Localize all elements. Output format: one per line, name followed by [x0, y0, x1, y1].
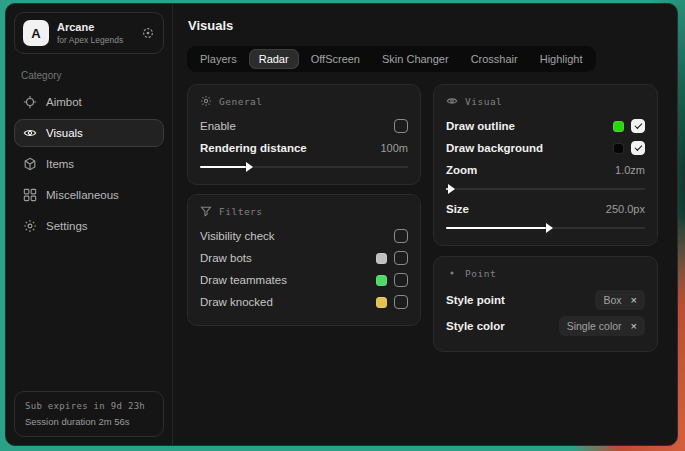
- rendering-distance-label: Rendering distance: [200, 142, 307, 154]
- tab-players[interactable]: Players: [190, 49, 247, 69]
- point-card-header: Point: [446, 267, 645, 279]
- zoom-slider[interactable]: [446, 184, 645, 194]
- tab-highlight[interactable]: Highlight: [530, 49, 593, 69]
- tab-radar[interactable]: Radar: [249, 49, 299, 69]
- gear-icon: [200, 95, 212, 107]
- visual-card-header: Visual: [446, 95, 645, 107]
- draw-knocked-color-swatch[interactable]: [376, 297, 387, 308]
- target-icon[interactable]: [141, 26, 155, 40]
- style-point-label: Style point: [446, 294, 505, 306]
- style-point-chip[interactable]: Box ×: [595, 290, 645, 310]
- draw-teammates-checkbox[interactable]: [394, 273, 408, 287]
- style-color-label: Style color: [446, 320, 505, 332]
- general-card-header: General: [200, 95, 408, 107]
- sidebar-item-aimbot[interactable]: Aimbot: [14, 88, 164, 116]
- point-icon: [446, 267, 458, 279]
- enable-label: Enable: [200, 120, 236, 132]
- category-label: Category: [21, 70, 157, 81]
- slider-fill-and-thumb[interactable]: [446, 188, 448, 190]
- page-title: Visuals: [188, 18, 677, 33]
- sidebar-item-visuals[interactable]: Visuals: [14, 119, 164, 147]
- draw-knocked-checkbox[interactable]: [394, 295, 408, 309]
- draw-teammates-color-swatch[interactable]: [376, 275, 387, 286]
- visual-section-title: Visual: [465, 96, 502, 107]
- enable-checkbox[interactable]: [394, 119, 408, 133]
- sub-expires-text: Sub expires in 9d 23h: [25, 401, 153, 411]
- point-section-title: Point: [465, 268, 496, 279]
- draw-bots-color-swatch[interactable]: [376, 253, 387, 264]
- draw-bots-checkbox[interactable]: [394, 251, 408, 265]
- gear-icon: [23, 219, 37, 233]
- sidebar-item-label: Settings: [46, 220, 88, 232]
- draw-bots-label: Draw bots: [200, 252, 252, 264]
- draw-knocked-label: Draw knocked: [200, 296, 273, 308]
- draw-background-row: Draw background: [446, 137, 645, 159]
- draw-outline-color-swatch[interactable]: [613, 121, 624, 132]
- subscription-info: Sub expires in 9d 23h Session duration 2…: [14, 391, 164, 437]
- general-card: General Enable Rendering distance 100m: [187, 84, 421, 185]
- sidebar: A Arcane for Apex Legends Category Aimbo…: [6, 4, 173, 445]
- crosshair-icon: [23, 95, 37, 109]
- draw-outline-row: Draw outline: [446, 115, 645, 137]
- size-row: Size 250.0px: [446, 198, 645, 220]
- rendering-distance-value: 100m: [380, 142, 408, 154]
- close-icon[interactable]: ×: [631, 321, 637, 332]
- draw-knocked-row: Draw knocked: [200, 291, 408, 313]
- draw-background-color-swatch[interactable]: [613, 143, 624, 154]
- zoom-label: Zoom: [446, 164, 477, 176]
- filters-section-title: Filters: [219, 206, 263, 217]
- draw-outline-label: Draw outline: [446, 120, 515, 132]
- visuals-tabstrip: Players Radar OffScreen Skin Changer Cro…: [187, 46, 596, 72]
- size-value: 250.0px: [606, 203, 645, 215]
- point-card: Point Style point Box × Style color: [433, 256, 658, 352]
- app-name: Arcane: [57, 20, 123, 34]
- sidebar-item-label: Visuals: [46, 127, 83, 139]
- draw-background-label: Draw background: [446, 142, 543, 154]
- draw-teammates-label: Draw teammates: [200, 274, 287, 286]
- tab-crosshair[interactable]: Crosshair: [461, 49, 528, 69]
- visual-card: Visual Draw outline Draw background: [433, 84, 658, 246]
- tab-offscreen[interactable]: OffScreen: [301, 49, 370, 69]
- slider-fill-and-thumb[interactable]: [200, 166, 246, 168]
- sidebar-header: A Arcane for Apex Legends: [14, 12, 164, 54]
- style-point-row: Style point Box ×: [446, 287, 645, 313]
- sidebar-item-settings[interactable]: Settings: [14, 212, 164, 240]
- visibility-check-label: Visibility check: [200, 230, 275, 242]
- eye-icon: [23, 126, 37, 140]
- sidebar-item-label: Miscellaneous: [46, 189, 119, 201]
- app-subtitle: for Apex Legends: [57, 35, 123, 46]
- general-section-title: General: [219, 96, 263, 107]
- filters-card: Filters Visibility check Draw bots: [187, 194, 421, 326]
- grid-icon: [23, 188, 37, 202]
- sidebar-item-items[interactable]: Items: [14, 150, 164, 178]
- style-color-chip-label: Single color: [567, 320, 622, 332]
- app-title-block: Arcane for Apex Legends: [57, 20, 123, 45]
- session-duration-text: Session duration 2m 56s: [25, 416, 153, 427]
- slider-track: [446, 188, 645, 190]
- style-color-row: Style color Single color ×: [446, 313, 645, 339]
- style-color-chip[interactable]: Single color ×: [559, 316, 645, 336]
- sidebar-item-label: Items: [46, 158, 74, 170]
- tab-skin-changer[interactable]: Skin Changer: [372, 49, 459, 69]
- funnel-icon: [200, 205, 212, 217]
- slider-fill-and-thumb[interactable]: [446, 227, 546, 229]
- size-label: Size: [446, 203, 469, 215]
- main-panel: Visuals Players Radar OffScreen Skin Cha…: [173, 4, 677, 445]
- sidebar-item-miscellaneous[interactable]: Miscellaneous: [14, 181, 164, 209]
- eye-icon: [446, 95, 458, 107]
- filters-card-header: Filters: [200, 205, 408, 217]
- close-icon[interactable]: ×: [631, 295, 637, 306]
- box-icon: [23, 157, 37, 171]
- radar-settings-content: General Enable Rendering distance 100m: [187, 84, 677, 352]
- size-slider[interactable]: [446, 223, 645, 233]
- visibility-check-row: Visibility check: [200, 225, 408, 247]
- draw-outline-checkbox[interactable]: [631, 119, 645, 133]
- draw-bots-row: Draw bots: [200, 247, 408, 269]
- rendering-distance-row: Rendering distance 100m: [200, 137, 408, 159]
- style-point-chip-label: Box: [603, 294, 621, 306]
- visibility-check-checkbox[interactable]: [394, 229, 408, 243]
- draw-background-checkbox[interactable]: [631, 141, 645, 155]
- rendering-distance-slider[interactable]: [200, 162, 408, 172]
- app-window: A Arcane for Apex Legends Category Aimbo…: [5, 3, 678, 446]
- zoom-value: 1.0zm: [615, 164, 645, 176]
